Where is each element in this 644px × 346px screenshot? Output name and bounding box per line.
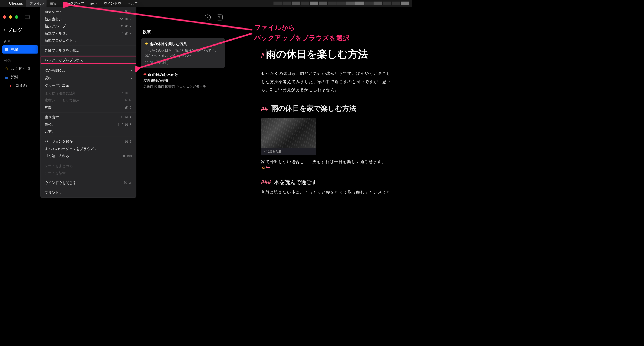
menu-item[interactable]: バックアップをブラウズ... bbox=[41, 57, 136, 64]
sidebar-item-favorites[interactable]: ☆ よく使う項 bbox=[2, 64, 38, 73]
sidebar-back-label: ブログ bbox=[8, 27, 22, 33]
menu-item-label: グループに表示 bbox=[45, 84, 69, 88]
sidebar-item-label: 執筆 bbox=[11, 47, 19, 52]
editor-pane[interactable]: #雨の休日を楽しむ方法 せっかくの休日も、雨だと気分が沈みがちです。ぼんやりと過… bbox=[261, 47, 412, 195]
menu-item[interactable]: 書き出す...⇧ ⌘ P bbox=[41, 114, 136, 121]
menu-item-shortcut: ⌘ D bbox=[125, 106, 132, 109]
star-icon: ☆ bbox=[5, 66, 9, 70]
chevron-left-icon: ‹ bbox=[4, 27, 5, 33]
menubar-file[interactable]: ファイル bbox=[26, 0, 47, 7]
menu-item-label: プリント... bbox=[45, 190, 62, 195]
svg-line-0 bbox=[68, 5, 252, 30]
menu-item-shortcut: ⇧ ^ ⌘ P bbox=[117, 123, 132, 126]
document-icon: ▤ bbox=[5, 47, 9, 52]
sheet-entry-subtitle: 屋内施設の候補 bbox=[143, 78, 223, 83]
markdown-prefix-icon: ## bbox=[261, 106, 268, 112]
menu-item-label: 次から開く... bbox=[45, 68, 65, 73]
umbrella-icon: ☂ bbox=[143, 73, 147, 77]
menu-item-label: 複製 bbox=[45, 105, 52, 110]
menu-item[interactable]: グループに表示 bbox=[41, 82, 136, 89]
menu-item[interactable]: 外部フォルダを追加... bbox=[41, 47, 136, 54]
close-window-button[interactable] bbox=[3, 15, 6, 19]
editor-paragraph: せっかくの休日も、雨だと気分が沈みがちです。ぼんやりと過ごし しむ方法を考えてみ… bbox=[261, 69, 412, 93]
menu-item-shortcut: ⌘ ⌨ bbox=[122, 154, 132, 158]
zoom-window-button[interactable] bbox=[15, 15, 18, 19]
editor-image[interactable]: 雨で濡れた窓 bbox=[261, 118, 316, 155]
window-controls bbox=[3, 15, 29, 19]
markdown-prefix-icon: ### bbox=[261, 178, 271, 185]
sidebar-section-content: 内容 bbox=[2, 38, 38, 46]
menu-item-shortcut: ⇧ ⌘ P bbox=[120, 115, 132, 119]
disclosure-triangle-icon[interactable]: › bbox=[5, 84, 5, 87]
menu-item[interactable]: 次から開く... bbox=[41, 67, 136, 75]
file-menu-dropdown: 新規シート⌘ N新規素材シート^ ⌥ ⌘ N新規グループ...⇧ ⌘ N新規フィ… bbox=[40, 7, 136, 198]
menu-item-label: 選択 bbox=[45, 76, 52, 81]
menu-item[interactable]: プリント... bbox=[41, 189, 136, 196]
menu-item: シートを結合... bbox=[41, 169, 136, 177]
sidebar-back[interactable]: ‹ ブログ bbox=[4, 27, 37, 33]
menubar-edit[interactable]: 編集 bbox=[47, 0, 60, 7]
menu-item-label: ゴミ箱に入れる bbox=[45, 154, 69, 158]
menu-item-label: 素材シートとして使用 bbox=[45, 98, 80, 103]
menu-item[interactable]: 選択 bbox=[41, 74, 136, 82]
menu-item: よく使う項目に追加^ ⌘ U bbox=[41, 89, 136, 97]
sidebar-item-label: よく使う項 bbox=[11, 66, 30, 71]
sheet-entry-body: 美術館 博物館 図書館 ショッピングモール bbox=[143, 84, 223, 89]
menu-item[interactable]: 複製⌘ D bbox=[41, 104, 136, 111]
editor-paragraph: 普段は読まない本に、じっくりと腰をすえて取り組むチャンスです bbox=[261, 189, 412, 195]
menu-item[interactable]: バージョンを保存⌘ S bbox=[41, 138, 136, 145]
sidebar-section-appendix: 付録 bbox=[2, 57, 38, 64]
menu-item-label: 新規プロジェクト... bbox=[45, 38, 76, 43]
editor-h3: ###本を読んで過ごす bbox=[261, 178, 412, 186]
menu-item-label: 新規シート bbox=[45, 10, 62, 14]
editor-paragraph: 家で外出しない場合も、工夫をすれば一日を楽しく過ごせます。＋ る++ bbox=[261, 159, 412, 170]
sidebar-toggle-icon[interactable] bbox=[25, 15, 30, 19]
svg-line-1 bbox=[139, 33, 252, 68]
sidebar-item-label: 資料 bbox=[11, 74, 19, 79]
minimize-window-button[interactable] bbox=[9, 15, 12, 19]
image-placeholder bbox=[261, 118, 316, 148]
sidebar-item-label: ゴミ箱 bbox=[16, 83, 27, 88]
annotation-text: ファイルから バックアップをブラウズを選択 bbox=[254, 23, 349, 43]
sidebar: ‹ ブログ 内容 ▤ 執筆 付録 ☆ よく使う項 ▤ 資料 › 🗑 ゴミ箱 bbox=[0, 23, 40, 89]
menu-item[interactable]: すべてのバージョンをブラウズ... bbox=[41, 145, 136, 152]
markdown-prefix-icon: # bbox=[261, 52, 264, 59]
menu-item-label: 共有... bbox=[45, 129, 54, 134]
menu-item-label: 外部フォルダを追加... bbox=[45, 48, 79, 53]
editor-h1: #雨の休日を楽しむ方法 bbox=[261, 47, 412, 61]
sidebar-item-materials[interactable]: ▤ 資料 bbox=[2, 73, 38, 81]
menubar-app[interactable]: Ulysses bbox=[6, 0, 26, 7]
sheet-entry-title: 雨の日のお出かけ bbox=[148, 72, 179, 77]
menu-item-label: 書き出す... bbox=[45, 115, 62, 120]
sheet-entry[interactable]: ☂ 雨の日のお出かけ 屋内施設の候補 美術館 博物館 図書館 ショッピングモール bbox=[139, 72, 228, 93]
menu-item-label: バージョンを保存 bbox=[45, 139, 73, 144]
menu-item[interactable]: 投稿...⇧ ^ ⌘ P bbox=[41, 121, 136, 128]
menu-item: シートをまとめる bbox=[41, 162, 136, 169]
menu-item-label: すべてのバージョンをブラウズ... bbox=[45, 146, 97, 151]
menu-item-shortcut: ^ ⌘ U bbox=[122, 91, 132, 95]
menu-item-label: ウインドウを閉じる bbox=[45, 180, 76, 185]
menu-item[interactable]: 新規プロジェクト... bbox=[41, 37, 136, 44]
sidebar-item-trash[interactable]: › 🗑 ゴミ箱 bbox=[2, 81, 38, 90]
menu-item-label: バックアップをブラウズ... bbox=[45, 58, 86, 63]
menu-item-shortcut: ⌘ S bbox=[125, 140, 132, 143]
document-icon: ▤ bbox=[5, 75, 9, 79]
menu-item[interactable]: ゴミ箱に入れる⌘ ⌨ bbox=[41, 152, 136, 160]
menubar-tray bbox=[273, 2, 409, 5]
menu-item-label: よく使う項目に追加 bbox=[45, 91, 76, 95]
menu-item[interactable]: 共有... bbox=[41, 128, 136, 135]
annotation-arrow-icon bbox=[135, 30, 258, 72]
image-caption: 雨で濡れた窓 bbox=[261, 148, 316, 155]
trash-icon: 🗑 bbox=[9, 83, 13, 87]
menu-item-label: シートを結合... bbox=[45, 171, 68, 175]
sidebar-item-writing[interactable]: ▤ 執筆 bbox=[2, 45, 38, 54]
menu-item-shortcut: ⌘ W bbox=[124, 181, 132, 185]
menu-item: 素材シートとして使用^ ⌘ M bbox=[41, 97, 136, 104]
menu-item-shortcut: ^ ⌘ M bbox=[121, 98, 132, 102]
menu-item-label: 投稿... bbox=[45, 122, 54, 127]
menu-item[interactable]: ウインドウを閉じる⌘ W bbox=[41, 179, 136, 186]
editor-h2: ##雨の休日を家で楽しむ方法 bbox=[261, 104, 412, 113]
menu-item-label: シートをまとめる bbox=[45, 163, 73, 168]
